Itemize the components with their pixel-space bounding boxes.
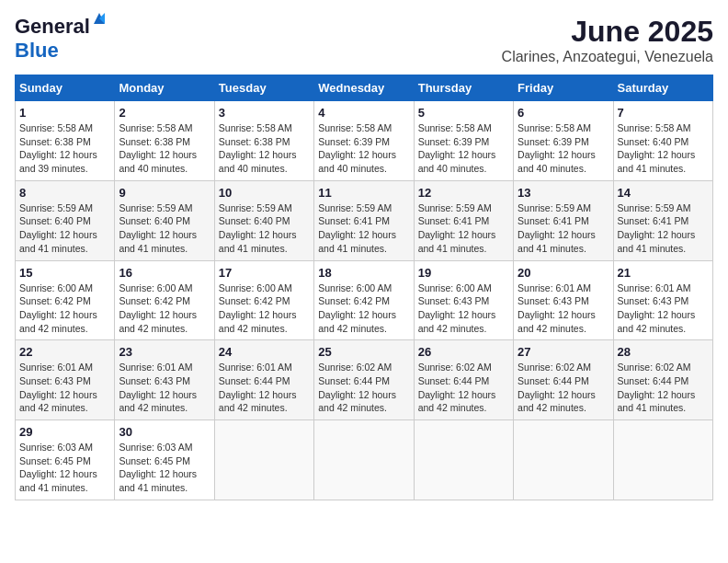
day-info: Sunrise: 6:01 AMSunset: 6:43 PMDaylight:… [19,361,110,415]
calendar-header-row: Sunday Monday Tuesday Wednesday Thursday… [16,75,713,101]
table-cell: 11Sunrise: 5:59 AMSunset: 6:41 PMDayligh… [314,180,414,260]
day-number: 21 [618,266,709,280]
day-info: Sunrise: 5:59 AMSunset: 6:40 PMDaylight:… [119,201,210,256]
table-cell [414,420,513,500]
day-info: Sunrise: 6:01 AMSunset: 6:43 PMDaylight:… [618,282,709,336]
table-cell: 13Sunrise: 5:59 AMSunset: 6:41 PMDayligh… [514,180,613,260]
table-cell: 20Sunrise: 6:01 AMSunset: 6:43 PMDayligh… [514,260,613,340]
day-info: Sunrise: 5:58 AMSunset: 6:38 PMDaylight:… [219,121,310,176]
day-number: 27 [518,345,609,359]
day-number: 8 [19,186,110,200]
table-cell [314,420,414,500]
day-info: Sunrise: 5:59 AMSunset: 6:41 PMDaylight:… [518,201,609,256]
day-number: 7 [618,106,709,120]
table-cell: 23Sunrise: 6:01 AMSunset: 6:43 PMDayligh… [115,340,214,420]
table-cell: 24Sunrise: 6:01 AMSunset: 6:44 PMDayligh… [214,340,313,420]
logo-blue: Blue [15,39,59,63]
table-cell: 7Sunrise: 5:58 AMSunset: 6:40 PMDaylight… [613,101,712,181]
table-cell: 27Sunrise: 6:02 AMSunset: 6:44 PMDayligh… [514,340,613,420]
day-number: 5 [418,106,509,120]
day-info: Sunrise: 6:02 AMSunset: 6:44 PMDaylight:… [418,361,509,415]
day-number: 17 [219,266,310,280]
col-sunday: Sunday [16,75,115,101]
month-title: June 2025 [502,15,713,49]
day-info: Sunrise: 5:58 AMSunset: 6:39 PMDaylight:… [518,121,609,176]
table-cell: 28Sunrise: 6:02 AMSunset: 6:44 PMDayligh… [613,340,712,420]
calendar-row: 22Sunrise: 6:01 AMSunset: 6:43 PMDayligh… [16,340,713,420]
day-info: Sunrise: 6:02 AMSunset: 6:44 PMDaylight:… [618,361,709,415]
table-cell: 10Sunrise: 5:59 AMSunset: 6:40 PMDayligh… [214,180,313,260]
day-number: 14 [618,186,709,200]
table-cell: 19Sunrise: 6:00 AMSunset: 6:43 PMDayligh… [414,260,513,340]
table-cell: 21Sunrise: 6:01 AMSunset: 6:43 PMDayligh… [613,260,712,340]
table-cell: 16Sunrise: 6:00 AMSunset: 6:42 PMDayligh… [115,260,214,340]
day-number: 30 [119,425,210,439]
col-thursday: Thursday [414,75,513,101]
calendar-row: 1Sunrise: 5:58 AMSunset: 6:38 PMDaylight… [16,101,713,181]
day-number: 28 [618,345,709,359]
day-info: Sunrise: 5:58 AMSunset: 6:38 PMDaylight:… [119,121,210,176]
day-info: Sunrise: 5:59 AMSunset: 6:41 PMDaylight:… [318,201,409,256]
day-number: 29 [19,425,110,439]
day-number: 26 [418,345,509,359]
calendar-table: Sunday Monday Tuesday Wednesday Thursday… [15,75,713,500]
table-cell: 15Sunrise: 6:00 AMSunset: 6:42 PMDayligh… [16,260,115,340]
table-cell: 22Sunrise: 6:01 AMSunset: 6:43 PMDayligh… [16,340,115,420]
calendar-row: 29Sunrise: 6:03 AMSunset: 6:45 PMDayligh… [16,420,713,500]
col-wednesday: Wednesday [314,75,414,101]
day-info: Sunrise: 6:02 AMSunset: 6:44 PMDaylight:… [518,361,609,415]
col-saturday: Saturday [613,75,712,101]
table-cell: 3Sunrise: 5:58 AMSunset: 6:38 PMDaylight… [214,101,313,181]
day-info: Sunrise: 5:59 AMSunset: 6:41 PMDaylight:… [418,201,509,256]
day-info: Sunrise: 5:59 AMSunset: 6:40 PMDaylight:… [219,201,310,256]
day-info: Sunrise: 6:03 AMSunset: 6:45 PMDaylight:… [119,441,210,495]
day-number: 10 [219,186,310,200]
day-number: 9 [119,186,210,200]
calendar-row: 15Sunrise: 6:00 AMSunset: 6:42 PMDayligh… [16,260,713,340]
day-info: Sunrise: 6:00 AMSunset: 6:42 PMDaylight:… [318,282,409,336]
day-info: Sunrise: 5:59 AMSunset: 6:40 PMDaylight:… [19,201,110,256]
day-number: 22 [19,345,110,359]
day-info: Sunrise: 6:02 AMSunset: 6:44 PMDaylight:… [318,361,409,415]
col-tuesday: Tuesday [214,75,313,101]
day-info: Sunrise: 5:58 AMSunset: 6:40 PMDaylight:… [618,121,709,176]
table-cell [613,420,712,500]
day-info: Sunrise: 6:01 AMSunset: 6:43 PMDaylight:… [119,361,210,415]
title-block: June 2025 Clarines, Anzoategui, Venezuel… [502,15,713,65]
col-monday: Monday [115,75,214,101]
page-header: General Blue June 2025 Clarines, Anzoate… [15,15,713,65]
table-cell: 29Sunrise: 6:03 AMSunset: 6:45 PMDayligh… [16,420,115,500]
day-info: Sunrise: 6:01 AMSunset: 6:43 PMDaylight:… [518,282,609,336]
day-info: Sunrise: 6:00 AMSunset: 6:42 PMDaylight:… [19,282,110,336]
day-info: Sunrise: 6:00 AMSunset: 6:42 PMDaylight:… [119,282,210,336]
day-number: 3 [219,106,310,120]
day-number: 6 [518,106,609,120]
day-number: 1 [19,106,110,120]
day-number: 16 [119,266,210,280]
calendar-row: 8Sunrise: 5:59 AMSunset: 6:40 PMDaylight… [16,180,713,260]
table-cell: 9Sunrise: 5:59 AMSunset: 6:40 PMDaylight… [115,180,214,260]
day-number: 15 [19,266,110,280]
day-info: Sunrise: 6:03 AMSunset: 6:45 PMDaylight:… [19,441,110,495]
table-cell: 17Sunrise: 6:00 AMSunset: 6:42 PMDayligh… [214,260,313,340]
day-number: 20 [518,266,609,280]
table-cell: 6Sunrise: 5:58 AMSunset: 6:39 PMDaylight… [514,101,613,181]
col-friday: Friday [514,75,613,101]
day-info: Sunrise: 5:58 AMSunset: 6:39 PMDaylight:… [318,121,409,176]
table-cell: 12Sunrise: 5:59 AMSunset: 6:41 PMDayligh… [414,180,513,260]
day-number: 2 [119,106,210,120]
day-info: Sunrise: 5:58 AMSunset: 6:38 PMDaylight:… [19,121,110,176]
day-number: 13 [518,186,609,200]
logo-icon [92,11,107,26]
table-cell [214,420,313,500]
table-cell: 1Sunrise: 5:58 AMSunset: 6:38 PMDaylight… [16,101,115,181]
day-number: 12 [418,186,509,200]
logo: General Blue [15,15,90,63]
day-number: 19 [418,266,509,280]
table-cell: 8Sunrise: 5:59 AMSunset: 6:40 PMDaylight… [16,180,115,260]
table-cell [514,420,613,500]
table-cell: 30Sunrise: 6:03 AMSunset: 6:45 PMDayligh… [115,420,214,500]
day-info: Sunrise: 6:00 AMSunset: 6:42 PMDaylight:… [219,282,310,336]
day-number: 18 [318,266,409,280]
logo-general: General [15,15,90,38]
